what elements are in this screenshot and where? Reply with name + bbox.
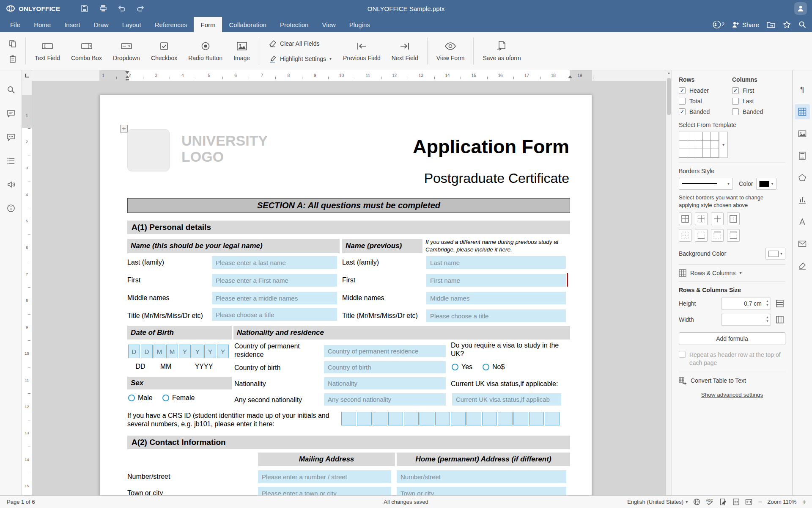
dob-cell[interactable]: D: [141, 345, 153, 358]
crs-cell[interactable]: [388, 412, 403, 425]
crs-cell[interactable]: [420, 412, 434, 425]
share-button[interactable]: Share: [732, 21, 759, 28]
crs-cell[interactable]: [466, 412, 481, 425]
signature-settings-icon[interactable]: [795, 258, 810, 273]
star-icon[interactable]: [783, 21, 791, 28]
checkbox-banded[interactable]: ✓Banded: [679, 108, 732, 115]
checkbox-first[interactable]: ✓First: [732, 87, 785, 94]
tab-layout[interactable]: Layout: [115, 17, 148, 32]
border-horizontal-button[interactable]: [727, 229, 740, 242]
previous-last-name-field[interactable]: Last name: [426, 256, 566, 269]
crs-cell[interactable]: [373, 412, 387, 425]
dob-cell[interactable]: Y: [192, 345, 203, 358]
background-color-picker[interactable]: ▾: [765, 248, 785, 260]
second-nationality-field[interactable]: Any second nationality: [324, 393, 446, 406]
table-settings-icon[interactable]: [795, 104, 810, 119]
scrollbar-thumb[interactable]: [667, 78, 671, 115]
distribute-rows-button[interactable]: [774, 298, 785, 309]
crs-cell[interactable]: [498, 412, 513, 425]
visa-no-radio[interactable]: No$: [483, 363, 505, 371]
track-changes-icon[interactable]: [720, 498, 727, 505]
crs-cell[interactable]: [357, 412, 372, 425]
view-form-button[interactable]: View Form: [431, 35, 470, 68]
border-inner-button[interactable]: [695, 213, 708, 225]
comments-icon[interactable]: [4, 107, 18, 120]
language-selector[interactable]: English (United States)▾: [627, 499, 688, 505]
text-field-button[interactable]: Text Field: [29, 35, 66, 68]
find-icon[interactable]: [4, 83, 18, 97]
left-indent-marker[interactable]: [126, 79, 129, 80]
table-move-handle[interactable]: ✛: [120, 125, 128, 133]
column-width-input[interactable]: ▲▼: [721, 314, 771, 326]
mailmerge-icon[interactable]: [795, 236, 810, 251]
border-bottom-button[interactable]: [695, 229, 708, 242]
crs-cell[interactable]: [451, 412, 466, 425]
dob-cell[interactable]: M: [154, 345, 165, 358]
vertical-scrollbar[interactable]: ▲: [666, 70, 672, 495]
border-top-button[interactable]: [711, 229, 724, 242]
row-height-input[interactable]: 0.7 cm ▲▼: [721, 298, 771, 309]
previous-middle-names-field[interactable]: Middle names: [426, 292, 566, 304]
image-button[interactable]: Image: [228, 35, 255, 68]
next-field-button[interactable]: Next Field: [386, 35, 424, 68]
checkbox-header[interactable]: ✓Header: [679, 87, 732, 94]
save-icon[interactable]: [80, 3, 90, 14]
tab-form[interactable]: Form: [194, 17, 222, 32]
mailing-town-field[interactable]: Please enter a town or city: [258, 487, 391, 495]
dob-cell[interactable]: D: [128, 345, 140, 358]
shape-settings-icon[interactable]: [795, 170, 810, 185]
undo-icon[interactable]: [117, 3, 127, 14]
previous-title-field[interactable]: Please choose a title: [426, 309, 566, 322]
home-town-field[interactable]: Town or city: [397, 487, 566, 495]
add-formula-button[interactable]: Add formula: [679, 332, 785, 345]
table-template-preview[interactable]: [679, 132, 719, 158]
zoom-out-button[interactable]: −: [758, 499, 762, 505]
crs-cell[interactable]: [545, 412, 560, 425]
tab-protection[interactable]: Protection: [273, 17, 315, 32]
distribute-columns-button[interactable]: [774, 314, 785, 325]
about-icon[interactable]: [4, 202, 18, 215]
radio-button-button[interactable]: Radio Button: [183, 35, 228, 68]
tab-plugins[interactable]: Plugins: [343, 17, 377, 32]
search-icon[interactable]: [798, 21, 806, 28]
save-as-oform-button[interactable]: Save as oform: [477, 35, 526, 68]
nationality-field[interactable]: Nationality: [324, 377, 446, 389]
previous-first-name-field[interactable]: First name: [426, 274, 566, 287]
crs-cell[interactable]: [404, 412, 419, 425]
dob-cell[interactable]: M: [166, 345, 178, 358]
fit-width-icon[interactable]: [745, 498, 752, 505]
zoom-in-button[interactable]: +: [802, 499, 806, 505]
spellcheck-icon[interactable]: ABC: [706, 498, 714, 505]
border-style-select[interactable]: ▾: [679, 178, 733, 190]
combo-box-button[interactable]: Combo Box: [66, 35, 107, 68]
tab-collaboration[interactable]: Collaboration: [222, 17, 273, 32]
paste-icon[interactable]: [7, 53, 19, 64]
print-icon[interactable]: [98, 3, 108, 14]
country-of-birth-field[interactable]: Country of birth: [324, 361, 446, 373]
crs-cell[interactable]: [529, 412, 544, 425]
logo-placeholder[interactable]: [127, 129, 170, 171]
border-none-button[interactable]: [679, 229, 691, 242]
textart-settings-icon[interactable]: [795, 214, 810, 229]
checkbox-total[interactable]: Total: [679, 98, 732, 105]
sex-female-radio[interactable]: Female: [162, 394, 195, 402]
navigation-icon[interactable]: [4, 154, 18, 168]
copy-icon[interactable]: [7, 38, 19, 49]
spin-down-icon[interactable]: ▼: [766, 320, 769, 323]
scroll-up-icon[interactable]: ▲: [666, 71, 672, 75]
dob-cell[interactable]: Y: [179, 345, 191, 358]
feedback-icon[interactable]: [4, 178, 18, 191]
crs-cell[interactable]: [513, 412, 528, 425]
previous-field-button[interactable]: Previous Field: [337, 35, 386, 68]
border-color-picker[interactable]: ▾: [756, 178, 776, 190]
convert-table-to-text-button[interactable]: Convert Table to Text: [679, 377, 785, 385]
right-indent-marker[interactable]: [568, 75, 572, 78]
vertical-ruler[interactable]: 123456789101112131415: [22, 81, 32, 495]
globe-icon[interactable]: [693, 498, 700, 505]
crs-cell[interactable]: [435, 412, 450, 425]
chart-settings-icon[interactable]: [795, 192, 810, 207]
avatar[interactable]: [794, 2, 807, 15]
spin-down-icon[interactable]: ▼: [766, 304, 769, 307]
horizontal-ruler[interactable]: 12345678910111213141516171819: [32, 70, 666, 81]
border-all-button[interactable]: [679, 213, 691, 225]
